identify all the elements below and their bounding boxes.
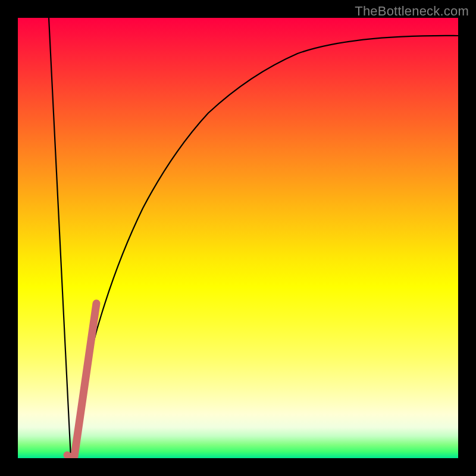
watermark-text: TheBottleneck.com — [355, 4, 469, 19]
plot-area — [18, 18, 458, 458]
chart-frame: TheBottleneck.com — [0, 0, 476, 476]
red-highlight — [67, 303, 96, 457]
curve-layer — [18, 18, 458, 458]
black-curve — [49, 18, 458, 458]
